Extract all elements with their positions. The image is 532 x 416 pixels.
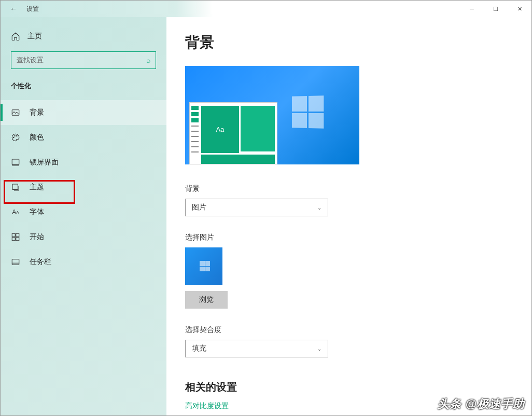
- sidebar-item-label: 任务栏: [30, 257, 51, 267]
- dropdown-value: 填充: [192, 344, 317, 353]
- background-label: 背景: [185, 184, 531, 193]
- home-label: 主页: [27, 32, 42, 41]
- sidebar-item-fonts[interactable]: AA 字体: [1, 200, 166, 225]
- choose-picture-label: 选择图片: [185, 233, 531, 242]
- titlebar: ← 设置 ─ ☐ ✕: [1, 1, 531, 17]
- picture-thumbnail[interactable]: [185, 247, 222, 285]
- search-icon: ⌕: [146, 56, 150, 64]
- fit-dropdown[interactable]: 填充 ⌄: [185, 340, 328, 357]
- background-dropdown[interactable]: 图片 ⌄: [185, 199, 328, 216]
- home-link[interactable]: 主页: [1, 32, 166, 51]
- preview-window: Aa: [189, 102, 277, 164]
- sidebar-item-start[interactable]: 开始: [1, 225, 166, 249]
- sidebar-item-label: 主题: [30, 183, 44, 192]
- windows-logo-icon: [292, 95, 324, 128]
- close-button[interactable]: ✕: [508, 1, 531, 17]
- fit-label: 选择契合度: [185, 325, 531, 335]
- image-icon: [11, 108, 20, 117]
- minimize-button[interactable]: ─: [460, 1, 484, 17]
- svg-rect-9: [16, 238, 19, 241]
- sidebar-item-colors[interactable]: 颜色: [1, 125, 166, 150]
- maximize-button[interactable]: ☐: [484, 1, 508, 17]
- search-placeholder: 查找设置: [17, 56, 146, 65]
- browse-button[interactable]: 浏览: [185, 291, 228, 309]
- sidebar-item-lockscreen[interactable]: 锁屏界面: [1, 150, 166, 175]
- chevron-down-icon: ⌄: [317, 346, 321, 352]
- watermark: 头条 @极速手助: [438, 396, 525, 412]
- chevron-down-icon: ⌄: [317, 205, 321, 211]
- svg-rect-6: [12, 233, 15, 237]
- sidebar-item-taskbar[interactable]: 任务栏: [1, 249, 166, 274]
- svg-rect-7: [16, 233, 19, 237]
- sidebar-item-label: 背景: [30, 108, 44, 117]
- sidebar-item-themes[interactable]: 主题: [1, 175, 166, 200]
- svg-rect-10: [12, 259, 19, 265]
- search-input[interactable]: 查找设置 ⌕: [11, 51, 156, 69]
- sidebar-item-label: 字体: [30, 207, 44, 217]
- sidebar-item-label: 锁屏界面: [30, 158, 59, 167]
- related-settings-title: 相关的设置: [185, 380, 531, 394]
- back-button[interactable]: ←: [10, 5, 17, 13]
- taskbar-icon: [11, 257, 20, 267]
- settings-window: ← 设置 ─ ☐ ✕ 主页 查找设置 ⌕ 个性化: [0, 0, 532, 416]
- sidebar-item-background[interactable]: 背景: [1, 100, 166, 125]
- svg-point-1: [13, 137, 15, 138]
- page-title: 背景: [185, 33, 531, 52]
- home-icon: [11, 32, 20, 41]
- svg-rect-8: [12, 238, 15, 241]
- main-content: 背景 Aa 背景 图片: [166, 17, 531, 415]
- svg-rect-5: [12, 184, 18, 190]
- lockscreen-icon: [11, 158, 20, 167]
- desktop-preview: Aa: [185, 66, 359, 164]
- fonts-icon: AA: [11, 207, 20, 217]
- preview-sample-text: Aa: [201, 106, 239, 153]
- start-icon: [11, 232, 20, 242]
- palette-icon: [11, 133, 20, 142]
- sidebar-item-label: 颜色: [30, 133, 44, 142]
- section-title: 个性化: [1, 81, 166, 100]
- svg-point-3: [17, 135, 18, 136]
- svg-point-2: [15, 135, 16, 136]
- window-controls: ─ ☐ ✕: [460, 1, 531, 17]
- themes-icon: [11, 183, 20, 192]
- dropdown-value: 图片: [192, 203, 317, 212]
- sidebar: 主页 查找设置 ⌕ 个性化 背景 颜色: [1, 17, 166, 415]
- svg-rect-4: [12, 159, 19, 165]
- sidebar-item-label: 开始: [30, 232, 44, 242]
- window-title: 设置: [26, 5, 39, 13]
